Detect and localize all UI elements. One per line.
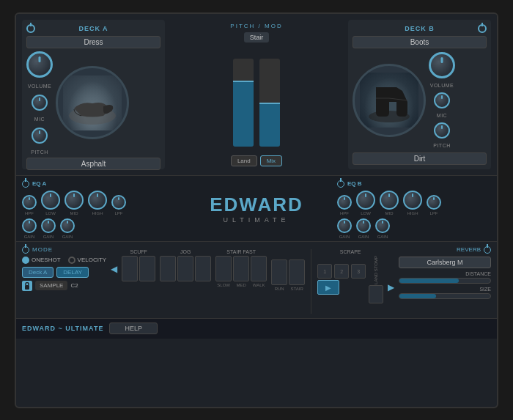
bottom-bar: EDWARD ~ ULTIMATE HELP <box>16 318 497 339</box>
deck-b-mic-knob[interactable] <box>434 92 450 108</box>
eq-a-gain2-label: GAIN <box>43 235 54 239</box>
prev-arrow[interactable]: ◀ <box>111 249 117 274</box>
eq-b-low-knob[interactable] <box>356 191 375 210</box>
deck-b-sample-image <box>360 73 418 128</box>
eq-b-mid-knob[interactable] <box>380 191 399 210</box>
stair-fast-label: STAIR FAST <box>215 249 267 254</box>
eq-a-gain1-knob[interactable] <box>22 218 37 233</box>
eq-b-hpf-group: HPF <box>337 195 352 215</box>
mode-power[interactable] <box>22 246 29 254</box>
deck-b-power-icon[interactable] <box>478 24 487 33</box>
eq-b-lpf-knob[interactable] <box>427 195 441 210</box>
stair-fast-pads-group: STAIR FAST SLOW MED WALK <box>215 249 267 287</box>
deck-b-volume-knob[interactable] <box>429 52 455 78</box>
deck-a-mic-knob[interactable] <box>32 95 48 111</box>
slow-label: SLOW <box>215 283 232 287</box>
deck-a-volume-knob[interactable] <box>26 51 53 78</box>
land-button[interactable]: Land <box>231 155 257 166</box>
stair-fast-pad-2[interactable] <box>233 256 249 281</box>
size-slider[interactable] <box>399 293 491 299</box>
scuff-pad-1[interactable] <box>122 256 138 281</box>
eq-a-hpf-knob[interactable] <box>22 195 37 210</box>
scuff-pads-group: SCUFF <box>122 249 155 281</box>
distance-slider[interactable] <box>399 278 491 284</box>
stair-fast-pad-1[interactable] <box>215 256 232 281</box>
land-pad[interactable] <box>369 285 383 303</box>
fader-b[interactable] <box>259 59 280 147</box>
oneshot-radio[interactable]: ONESHOT <box>22 257 61 264</box>
eq-b-hpf-knob[interactable] <box>337 195 352 210</box>
oneshot-label: ONESHOT <box>32 257 61 263</box>
lock-icon[interactable] <box>22 281 32 291</box>
scuff-pad-2[interactable] <box>139 256 155 281</box>
eq-b-low-label: LOW <box>361 211 371 215</box>
med-label: MED <box>233 283 249 287</box>
scrape-num-1[interactable]: 1 <box>317 264 332 279</box>
land-stomp-col: LAND STOMP <box>369 256 383 304</box>
eq-a-lpf-knob[interactable] <box>111 195 126 210</box>
jog-pad-2[interactable] <box>177 256 193 281</box>
eq-b-mid-group: MID <box>380 191 399 215</box>
eq-b-gain1-knob[interactable] <box>337 218 352 233</box>
scrape-num-2[interactable]: 2 <box>334 264 349 279</box>
eq-b-gain3-knob[interactable] <box>375 218 390 233</box>
reverb-preset[interactable]: Carlsberg M <box>399 257 491 268</box>
eq-b-gain2-knob[interactable] <box>356 218 371 233</box>
eq-b-low-group: LOW <box>356 191 375 215</box>
deck-b-image <box>353 64 426 137</box>
run-stair-pads-group: RUN STAIR <box>271 249 305 291</box>
reverb-power[interactable] <box>484 246 491 254</box>
eq-b-power[interactable] <box>337 180 344 188</box>
mode-panel: MODE ONESHOT VELOCITY Deck A DELAY <box>22 246 106 314</box>
deck-a-image <box>56 66 129 139</box>
distance-slider-row: DISTANCE <box>399 271 491 284</box>
eq-a-high-knob[interactable] <box>88 191 107 210</box>
deck-a-pitch-knob[interactable] <box>32 128 48 144</box>
deck-select-button[interactable]: Deck A <box>22 267 53 278</box>
deck-a-power-icon[interactable] <box>26 24 35 33</box>
eq-a-label-text: EQ A <box>32 180 46 187</box>
eq-a-gain2-knob[interactable] <box>41 218 56 233</box>
eq-section: EQ A HPF LOW MID HIGH <box>16 175 497 241</box>
stair-fast-pads <box>215 256 267 281</box>
eq-b-gain2-group: GAIN <box>356 218 371 239</box>
jog-pad-3[interactable] <box>195 256 211 281</box>
fader-b-line <box>259 103 280 104</box>
deck-b-volume-label: VOLUME <box>430 83 454 88</box>
scrape-play-button[interactable]: ▶ <box>317 280 339 295</box>
brand-sub: ULTIMATE <box>223 216 289 224</box>
deck-a-header: DECK A <box>26 24 160 33</box>
run-pad[interactable] <box>271 259 287 285</box>
eq-a-lpf-label: LPF <box>114 211 122 215</box>
deck-b-sub-label: Dirt <box>353 152 487 165</box>
deck-b-label: DECK B <box>405 25 435 32</box>
jog-pad-1[interactable] <box>160 256 176 281</box>
eq-b-lpf-label: LPF <box>429 211 438 215</box>
fader-a[interactable] <box>233 59 254 147</box>
deck-b-sample-name: Boots <box>353 36 487 48</box>
scrape-num-3[interactable]: 3 <box>351 264 366 279</box>
velocity-radio[interactable]: VELOCITY <box>68 257 107 264</box>
eq-a-mid-knob[interactable] <box>64 191 84 210</box>
deck-a-sample-name: Dress <box>26 36 160 48</box>
help-button[interactable]: HELP <box>109 323 158 334</box>
eq-a-low-knob[interactable] <box>41 191 60 210</box>
jog-pads-group: JOG <box>160 249 211 281</box>
eq-a-power[interactable] <box>22 180 29 188</box>
radio-group: ONESHOT VELOCITY <box>22 257 106 264</box>
eq-a-label: EQ A <box>22 180 176 188</box>
eq-a-gain1-group: GAIN <box>22 218 37 239</box>
deck-b-pitch-knob[interactable] <box>434 122 450 139</box>
delay-button[interactable]: DELAY <box>56 267 89 278</box>
next-arrow[interactable]: ▶ <box>388 246 394 314</box>
eq-a-gain-row: GAIN GAIN GAIN <box>22 218 176 239</box>
vert-sep <box>311 249 311 314</box>
mix-button[interactable]: Mix <box>260 155 282 166</box>
eq-a-gain3-label: GAIN <box>62 235 73 239</box>
eq-b-high-knob[interactable] <box>403 191 422 210</box>
pitch-fader-label: Stair <box>244 32 270 43</box>
stair-pad[interactable] <box>289 259 305 285</box>
eq-a-gain3-knob[interactable] <box>60 218 75 233</box>
eq-a-mid-label: MID <box>70 211 78 215</box>
stair-fast-pad-3[interactable] <box>251 256 267 281</box>
